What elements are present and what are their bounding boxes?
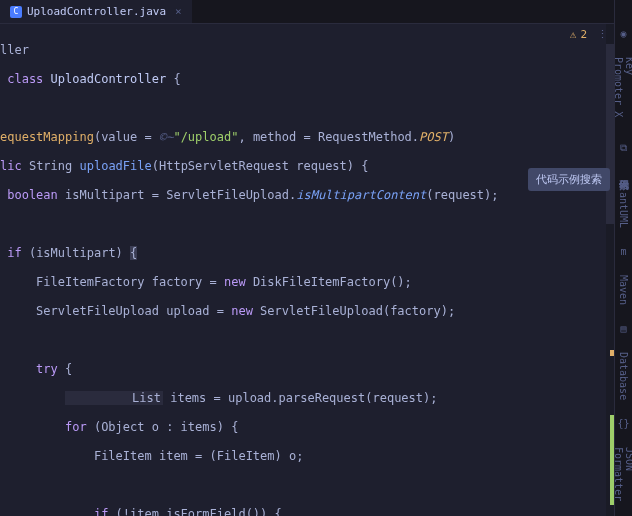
maven-icon[interactable]: m	[618, 246, 630, 257]
side-database[interactable]: Database	[616, 350, 631, 402]
java-class-icon: C	[10, 6, 22, 18]
side-key-promoter[interactable]: Key Promoter X	[611, 55, 633, 126]
key-promoter-icon[interactable]: ◉	[618, 28, 630, 39]
code-editor[interactable]: ller class UploadController { equestMapp…	[0, 24, 632, 516]
file-tab[interactable]: C UploadController.java ×	[0, 0, 192, 23]
tab-bar: C UploadController.java ×	[0, 0, 632, 24]
tooltip: 代码示例搜索	[528, 168, 610, 191]
side-code-search[interactable]: 代码示例搜索	[615, 170, 633, 174]
database-icon[interactable]: ▤	[618, 323, 630, 334]
side-antuml[interactable]: antUML	[616, 190, 631, 230]
close-icon[interactable]: ×	[175, 5, 182, 18]
warning-count: 2	[580, 28, 587, 41]
inspection-warnings[interactable]: ⚠ 2 ⋮	[570, 28, 608, 41]
code-search-icon[interactable]: ⧉	[618, 142, 630, 154]
tab-filename: UploadController.java	[27, 5, 166, 18]
brackets-icon[interactable]: {}	[618, 418, 630, 429]
side-json-formatter[interactable]: JSON Formatter	[611, 445, 633, 516]
warning-icon: ⚠	[570, 28, 577, 41]
side-maven[interactable]: Maven	[616, 273, 631, 307]
right-toolbar: ◉ Key Promoter X ⧉ 代码示例搜索 antUML m Maven…	[614, 0, 632, 516]
